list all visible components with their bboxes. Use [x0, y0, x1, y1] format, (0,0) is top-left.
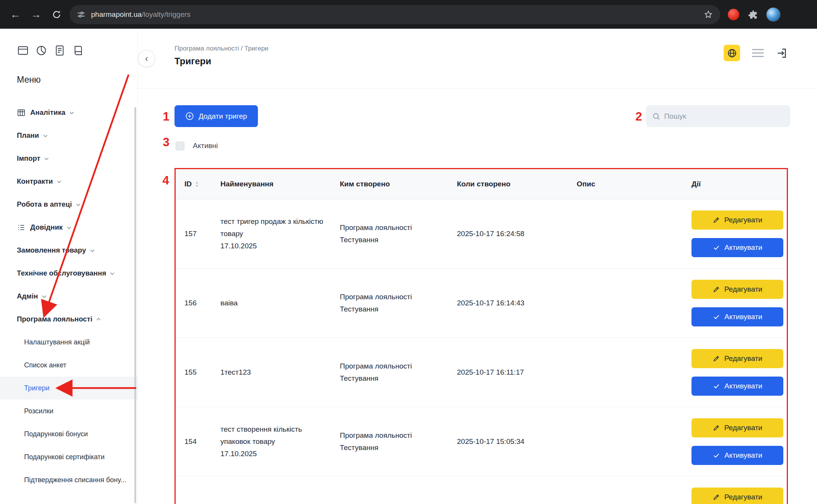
cell-created-by: Програма лояльності Тестування	[340, 429, 457, 454]
sidebar-subitem-5[interactable]: Подарункові сертифікати	[0, 445, 137, 468]
cell-id: 157	[176, 230, 220, 238]
profile-avatar[interactable]	[766, 7, 781, 22]
url-bar[interactable]: pharmapoint.ua/loyalty/triggers	[70, 5, 720, 24]
extension-icon-red[interactable]	[728, 9, 739, 20]
edit-button[interactable]: Редагувати	[691, 488, 783, 504]
search-input[interactable]	[664, 112, 784, 121]
cell-name: тест створення кількість упаковок товару…	[220, 423, 340, 460]
column-header-4: Опис	[577, 180, 691, 188]
pencil-icon	[713, 216, 720, 224]
chevron-down-icon	[41, 294, 47, 299]
sidebar-subitem-1[interactable]: Список анкет	[0, 354, 137, 377]
sidebar-item-label: Контракти	[17, 177, 53, 186]
sidebar-item-9[interactable]: Програма лояльності	[0, 308, 137, 331]
forward-icon[interactable]: →	[28, 6, 44, 23]
check-icon	[713, 452, 720, 459]
sidebar-scrollbar[interactable]	[134, 107, 136, 503]
active-filter-row: Активні	[176, 141, 817, 150]
sidebar-item-8[interactable]: Адмін	[0, 285, 137, 308]
add-trigger-label: Додати тригер	[199, 112, 247, 121]
toolbar: Додати тригер	[174, 105, 790, 127]
sidebar-subitem-label: Налаштування акцій	[24, 338, 90, 346]
chevron-down-icon	[69, 110, 75, 116]
cell-actions: РедагуватиАктивувати	[691, 418, 787, 465]
active-filter-checkbox[interactable]	[176, 142, 184, 150]
activate-button-label: Активувати	[724, 313, 762, 321]
activate-button[interactable]: Активувати	[691, 377, 783, 396]
column-header-3: Коли створено	[457, 180, 577, 188]
sidebar-item-4[interactable]: Робота в аптеці	[0, 193, 137, 216]
sidebar-subitem-0[interactable]: Налаштування акцій	[0, 331, 137, 354]
document-icon[interactable]	[53, 44, 66, 57]
logout-icon[interactable]	[776, 47, 788, 59]
cell-created-at: 2025-10-17 16:11:17	[457, 368, 577, 377]
sidebar-collapse-button[interactable]: ‹	[138, 50, 155, 67]
column-header-2: Ким створено	[340, 180, 457, 188]
sidebar-item-2[interactable]: Імпорт	[0, 147, 137, 170]
breadcrumb: Програма лояльності / Тригери	[174, 45, 788, 52]
sidebar-item-0[interactable]: Аналітика	[0, 101, 137, 124]
activate-button[interactable]: Активувати	[691, 307, 783, 326]
extensions-puzzle-icon[interactable]	[747, 9, 758, 20]
chevron-down-icon	[42, 133, 48, 139]
cell-name: ваіва	[220, 297, 340, 309]
cell-created-by: Програма лояльності Тестування	[340, 291, 457, 316]
sort-icon[interactable]	[195, 181, 199, 188]
chevron-down-icon	[66, 225, 72, 230]
sidebar-item-label: Замовлення товару	[17, 246, 86, 254]
sidebar-subitem-6[interactable]: Підтвердження списання бону...	[0, 468, 137, 491]
edit-button[interactable]: Редагувати	[691, 210, 783, 230]
sidebar-item-7[interactable]: Технічне обслуговування	[0, 262, 137, 285]
menu-burger-icon[interactable]	[750, 47, 765, 59]
back-icon[interactable]: ←	[7, 6, 24, 23]
sidebar-item-label: Імпорт	[17, 154, 40, 163]
pie-chart-icon[interactable]	[35, 44, 48, 57]
sidebar-subitem-3[interactable]: Розсилки	[0, 400, 137, 422]
check-icon	[713, 313, 720, 321]
column-header-label: Опис	[577, 180, 595, 188]
sidebar-subitem-label: Подарункові бонуси	[24, 430, 88, 438]
edit-button-label: Редагувати	[724, 424, 762, 432]
column-header-0[interactable]: ID	[176, 180, 220, 188]
site-settings-icon[interactable]	[77, 10, 86, 19]
activate-button[interactable]: Активувати	[691, 446, 783, 465]
cell-actions: РедагуватиАктивувати	[691, 210, 787, 257]
add-trigger-button[interactable]: Додати тригер	[174, 105, 258, 127]
language-globe-button[interactable]	[724, 45, 740, 61]
column-header-label: Коли створено	[457, 180, 510, 188]
sidebar-subitem-4[interactable]: Подарункові бонуси	[0, 422, 137, 445]
sidebar-item-6[interactable]: Замовлення товару	[0, 239, 137, 262]
edit-button[interactable]: Редагувати	[691, 418, 783, 437]
cell-created-at: 2025-10-17 15:05:34	[457, 437, 577, 446]
activate-button-label: Активувати	[724, 382, 762, 390]
sidebar-menu-title: Меню	[17, 75, 137, 85]
chevron-down-icon	[90, 248, 95, 253]
activate-button-label: Активувати	[724, 451, 762, 460]
cell-id: 154	[176, 437, 220, 446]
sidebar-item-1[interactable]: Плани	[0, 124, 137, 147]
activate-button[interactable]: Активувати	[691, 238, 783, 257]
sidebar-item-5[interactable]: Довідник	[0, 216, 137, 239]
cell-id: 156	[176, 299, 220, 307]
chevron-down-icon	[56, 179, 62, 184]
bookmark-star-icon[interactable]	[703, 10, 713, 20]
table-row: 154тест створення кількість упаковок тов…	[176, 407, 787, 476]
sidebar-item-label: Програма лояльності	[17, 315, 92, 323]
sidebar-subitem-2[interactable]: Тригери	[0, 377, 137, 400]
window-icon[interactable]	[16, 44, 29, 57]
column-header-label: ID	[184, 180, 192, 188]
header-actions	[724, 45, 788, 61]
main-content: Програма лояльності / Тригери Тригери	[138, 29, 817, 504]
edit-button[interactable]: Редагувати	[691, 280, 783, 299]
sidebar-item-3[interactable]: Контракти	[0, 170, 137, 193]
table-header: IDНайменуванняКим створеноКоли створеноО…	[176, 169, 787, 199]
reload-icon[interactable]	[48, 6, 65, 23]
sidebar-item-label: Аналітика	[30, 108, 65, 117]
edit-button[interactable]: Редагувати	[691, 349, 783, 368]
table-row: 1551тест123Програма лояльності Тестуванн…	[176, 338, 787, 407]
edit-button-label: Редагувати	[724, 285, 762, 294]
check-icon	[713, 382, 720, 390]
book-icon[interactable]	[72, 44, 85, 57]
sidebar-item-label: Довідник	[30, 223, 63, 232]
cell-name: 1тест123	[220, 366, 340, 378]
